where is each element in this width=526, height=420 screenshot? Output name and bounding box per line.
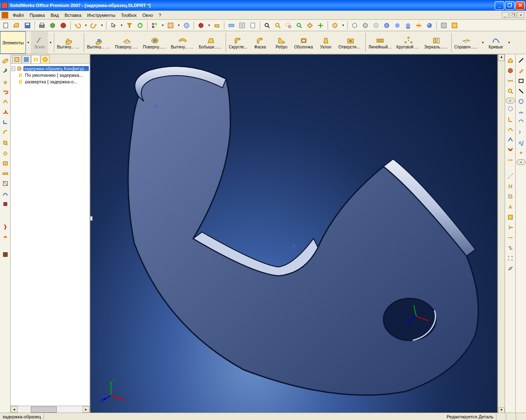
pane-splitter[interactable]: ⋮ bbox=[90, 216, 92, 220]
sk-convert[interactable] bbox=[506, 243, 515, 252]
open-button[interactable] bbox=[12, 21, 21, 30]
right-outer-expander[interactable]: « bbox=[517, 159, 526, 165]
hlr-button[interactable] bbox=[361, 21, 370, 30]
hscroll-right-button[interactable]: ▸ bbox=[83, 406, 90, 413]
sk-mirror[interactable] bbox=[506, 182, 515, 191]
ref-geometry-button[interactable]: Справоч... геометрия bbox=[452, 31, 480, 54]
sk-extend[interactable] bbox=[506, 233, 515, 242]
shadows-button[interactable] bbox=[404, 21, 413, 30]
tree-hscroll[interactable]: ◂ ▸ bbox=[11, 406, 90, 413]
chamfer-button[interactable]: Фаска bbox=[249, 31, 271, 54]
smart-dim-button[interactable] bbox=[506, 76, 515, 85]
toolbox-dropdown[interactable]: ▾ bbox=[207, 23, 211, 27]
3d-content-button[interactable] bbox=[48, 21, 57, 30]
tb2-button[interactable] bbox=[227, 21, 236, 30]
sk-point[interactable] bbox=[517, 148, 526, 157]
revolve-boss-button[interactable]: Поверну... бобышк... bbox=[113, 31, 141, 54]
rib-button[interactable]: Ребро bbox=[271, 31, 292, 54]
sm-tool-b-button[interactable] bbox=[1, 232, 10, 241]
appearance-button[interactable] bbox=[150, 21, 159, 30]
sk-pattern[interactable] bbox=[506, 254, 515, 263]
pan-button[interactable] bbox=[316, 21, 325, 30]
vscroll-up-button[interactable]: ▴ bbox=[498, 54, 505, 61]
cm-tab-sketch-dropdown[interactable]: ▾ bbox=[48, 31, 53, 54]
hscroll-track[interactable] bbox=[18, 406, 83, 413]
sk-box[interactable] bbox=[506, 213, 515, 222]
child-close-button[interactable]: × bbox=[517, 12, 524, 18]
close-button[interactable]: ✕ bbox=[515, 1, 525, 10]
orient-button[interactable] bbox=[330, 21, 339, 30]
sm-tool-a-button[interactable] bbox=[1, 222, 10, 231]
fillet-button[interactable]: Скругле... bbox=[227, 31, 249, 54]
miter-flange-button[interactable] bbox=[1, 76, 10, 85]
base-flange-button[interactable] bbox=[1, 56, 10, 65]
edge-flange-button[interactable] bbox=[1, 66, 10, 75]
r-tool-5[interactable] bbox=[506, 145, 515, 154]
menu-file[interactable]: Файл bbox=[10, 12, 27, 18]
sk-arc-cp[interactable] bbox=[517, 107, 526, 116]
zoom-area-button[interactable] bbox=[284, 21, 293, 30]
right-expander[interactable]: « bbox=[506, 98, 515, 103]
graphics-vscroll[interactable]: ▴ ▾ bbox=[498, 54, 505, 413]
home-view-button[interactable] bbox=[506, 56, 515, 65]
sk-line2[interactable] bbox=[517, 87, 526, 96]
maximize-button[interactable]: ❐ bbox=[505, 1, 514, 10]
lofted-bend-button[interactable] bbox=[1, 138, 10, 147]
sk-circle[interactable] bbox=[517, 97, 526, 106]
tb-ex1-button[interactable] bbox=[439, 21, 448, 30]
menu-insert[interactable]: Вставка bbox=[62, 12, 84, 18]
tb-ex2-button[interactable] bbox=[450, 21, 459, 30]
print-button[interactable] bbox=[37, 21, 46, 30]
closed-corner-button[interactable] bbox=[1, 117, 10, 126]
menu-edit[interactable]: Правка bbox=[27, 12, 48, 18]
realview-button[interactable] bbox=[425, 21, 434, 30]
tree-config-default[interactable]: По умолчанию [ задержка... bbox=[12, 72, 89, 78]
hem-button[interactable] bbox=[1, 87, 10, 96]
menu-window[interactable]: Окно bbox=[140, 12, 156, 18]
r-tool-6[interactable] bbox=[506, 156, 515, 165]
filter-button[interactable] bbox=[125, 21, 134, 30]
sm-props-button[interactable] bbox=[1, 250, 10, 259]
rip-button[interactable] bbox=[1, 200, 10, 209]
cm-tab-sketch[interactable]: Эскиз bbox=[31, 31, 48, 54]
tree-root[interactable]: − задержка-образец Конфигур... bbox=[12, 65, 89, 72]
new-button[interactable] bbox=[2, 21, 11, 30]
section-button[interactable] bbox=[414, 21, 423, 30]
undo-button[interactable] bbox=[73, 21, 82, 30]
curves-button[interactable]: Кривые bbox=[485, 31, 507, 54]
zoom-rb-button[interactable] bbox=[506, 87, 515, 96]
sk-measure[interactable] bbox=[506, 172, 515, 181]
cm-tab-elements-dropdown[interactable]: ▾ bbox=[26, 31, 31, 54]
no-bends-button[interactable] bbox=[1, 179, 10, 188]
texture-dropdown[interactable]: ▾ bbox=[177, 23, 180, 27]
sweep-boss-button[interactable]: Вытяну... бобышк... bbox=[169, 31, 197, 54]
child-restore-button[interactable]: ❐ bbox=[510, 12, 517, 18]
ref-geometry-dropdown[interactable]: ▾ bbox=[480, 31, 485, 54]
hscroll-left-button[interactable]: ◂ bbox=[11, 406, 18, 413]
options-button[interactable] bbox=[238, 21, 247, 30]
shaded-button[interactable] bbox=[393, 21, 402, 30]
toolbox-button[interactable] bbox=[196, 21, 205, 30]
curves-dropdown[interactable]: ▾ bbox=[507, 31, 512, 54]
draft-button[interactable]: Уклон bbox=[315, 31, 337, 54]
sk-offset[interactable] bbox=[506, 192, 515, 201]
shell-button[interactable]: Оболочка bbox=[292, 31, 315, 54]
tb1-button[interactable] bbox=[212, 21, 221, 30]
texture-button[interactable] bbox=[166, 21, 175, 30]
mirror-button[interactable]: Зеркаль... отраже... bbox=[422, 31, 450, 54]
minimize-button[interactable]: _ bbox=[495, 1, 504, 10]
doc-props-button[interactable] bbox=[248, 21, 257, 30]
flatten-button[interactable] bbox=[1, 169, 10, 178]
vscroll-down-button[interactable]: ▾ bbox=[498, 407, 505, 413]
r-tool-4[interactable] bbox=[506, 135, 515, 144]
menu-tools[interactable]: Инструменты bbox=[84, 12, 118, 18]
hlg-button[interactable] bbox=[371, 21, 381, 30]
menu-help[interactable]: ? bbox=[156, 12, 164, 18]
appearance-dropdown[interactable]: ▾ bbox=[161, 23, 164, 27]
unfold-button[interactable] bbox=[1, 148, 10, 157]
extrude-boss-button[interactable]: Вытяну... бобышк... bbox=[55, 31, 83, 54]
sk-arc-3pt[interactable] bbox=[517, 128, 526, 137]
child-minimize-button[interactable]: _ bbox=[502, 12, 509, 18]
sk-line[interactable] bbox=[517, 56, 526, 65]
tree-config-flatten[interactable]: развертка [ задержка-о... bbox=[12, 78, 89, 85]
